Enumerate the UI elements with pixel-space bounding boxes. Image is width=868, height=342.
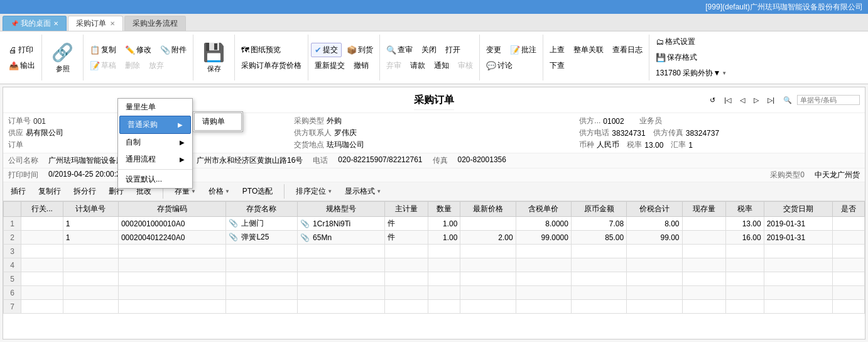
ref-button[interactable]: 🔗 参照 xyxy=(47,39,78,77)
cell-tax-price[interactable]: 8.0000 xyxy=(516,217,571,231)
nav-next[interactable]: ▷ xyxy=(750,94,762,106)
cell-tax-amount[interactable]: 99.00 xyxy=(627,231,682,245)
dropdown-normal[interactable]: 普通采购 ▶ xyxy=(119,116,191,134)
cell-delivery-date[interactable]: 2019-01-31 xyxy=(764,217,832,231)
tab-desktop-label: 我的桌面 xyxy=(21,18,51,29)
cell-qty[interactable]: 1.00 xyxy=(428,217,460,231)
table-row[interactable]: 1 1 0002001000010A0 📎 上侧门 📎 1Cr18Ni9Ti 件 xyxy=(4,217,865,231)
cell-original-amount[interactable]: 85.00 xyxy=(571,231,626,245)
down-button[interactable]: 下查 xyxy=(546,58,568,73)
cell-unit[interactable]: 件 xyxy=(384,217,428,231)
table-sort-button[interactable]: 排序定位▼ xyxy=(292,184,336,199)
table-row[interactable]: 6 xyxy=(4,286,865,300)
discard-button[interactable]: 放弃 xyxy=(145,58,168,73)
link-button[interactable]: 整单关联 xyxy=(570,43,607,57)
tax-value: 13.00 xyxy=(644,141,663,150)
dropdown-workflow[interactable]: 通用流程 ▶ xyxy=(118,151,192,168)
dropdown-custom[interactable]: 自制 ▶ xyxy=(118,134,192,151)
blueprint-button[interactable]: 🗺 图纸预览 xyxy=(237,43,305,57)
cell-plan-no[interactable]: 1 xyxy=(63,231,118,245)
submit-button[interactable]: ✔ 提交 xyxy=(311,43,342,57)
table-pto-button[interactable]: PTO选配 xyxy=(239,184,276,199)
review-button[interactable]: 🔍 查审 xyxy=(382,43,416,57)
table-row[interactable]: 4 xyxy=(4,258,865,272)
table-row[interactable]: 7 xyxy=(4,300,865,314)
cell-unit[interactable]: 件 xyxy=(384,231,428,245)
cell-latest-price[interactable] xyxy=(460,217,516,231)
delete-button[interactable]: 删除 xyxy=(121,58,144,73)
dropdown-select[interactable]: 131780 采购外协▼ ▼ xyxy=(652,66,730,80)
table-split-button[interactable]: 拆分行 xyxy=(70,184,100,199)
format-button[interactable]: 🗂 格式设置 xyxy=(652,35,699,49)
save-format-button[interactable]: 💾 保存格式 xyxy=(652,50,701,65)
save-button[interactable]: 💾 保存 xyxy=(198,39,229,77)
cancel-button[interactable]: 撤销 xyxy=(350,58,372,73)
resubmit-button[interactable]: 重新提交 xyxy=(311,58,349,73)
tab-purchase-order-close[interactable]: ✕ xyxy=(110,20,115,27)
cell-tax-price[interactable]: 99.0000 xyxy=(516,231,571,245)
notify-button[interactable]: 通知 xyxy=(430,58,453,73)
cell-current-stock[interactable] xyxy=(682,231,726,245)
cell-stock-code[interactable]: 0002001000010A0 xyxy=(118,217,225,231)
dropdown-bulk[interactable]: 量里生单 xyxy=(118,99,192,116)
cell-spec[interactable]: 📎 1Cr18Ni9Ti xyxy=(297,217,384,231)
search-input[interactable] xyxy=(800,96,857,104)
cell-stock-code[interactable]: 0002004012240A0 xyxy=(118,231,225,245)
cell-stock-name[interactable]: 📎 弹簧L25 xyxy=(226,231,298,245)
cell-plan-no[interactable]: 1 xyxy=(63,217,118,231)
cell-is-yn[interactable] xyxy=(832,231,864,245)
order-no-value: 001 xyxy=(33,117,46,126)
nav-refresh[interactable]: ↺ xyxy=(706,94,719,106)
modify-button[interactable]: ✏️ 修改 xyxy=(121,43,155,57)
cell-qty[interactable]: 1.00 xyxy=(428,231,460,245)
open-button[interactable]: 打开 xyxy=(442,43,464,57)
arrive-button[interactable]: 📦 到货 xyxy=(343,43,377,57)
cell-current-stock[interactable] xyxy=(682,217,726,231)
copy-button[interactable]: 📋 复制 xyxy=(86,43,120,57)
change-button[interactable]: 变更 xyxy=(482,43,505,57)
cell-latest-price[interactable]: 2.00 xyxy=(460,231,516,245)
cell-delivery-date[interactable]: 2019-01-31 xyxy=(764,231,832,245)
table-row[interactable]: 3 xyxy=(4,245,865,258)
nav-search[interactable]: 🔍 xyxy=(779,94,796,106)
cell-stock-name[interactable]: 📎 上侧门 xyxy=(226,217,298,231)
submenu-requisition-item[interactable]: 请购单 xyxy=(194,113,242,131)
table-display-button[interactable]: 显示格式▼ xyxy=(341,184,385,199)
annotate-button[interactable]: 📝 批注 xyxy=(506,43,540,57)
submenu-requisition: 请购单 xyxy=(193,111,243,132)
payment-button[interactable]: 请款 xyxy=(406,58,429,73)
price-button[interactable]: 采购订单存货价格 xyxy=(237,58,305,73)
purchase-type2-label: 采购类型0 xyxy=(770,170,805,180)
cell-is-yn[interactable] xyxy=(832,217,864,231)
table-row[interactable]: 2 1 0002004012240A0 📎 弹簧L25 📎 65Mn 件 xyxy=(4,231,865,245)
tab-desktop[interactable]: 📌 我的桌面 ✕ xyxy=(3,16,67,31)
draft-button[interactable]: 📝 草稿 xyxy=(86,58,120,73)
cell-original-amount[interactable]: 7.08 xyxy=(571,217,626,231)
cell-tax-rate[interactable]: 13.00 xyxy=(726,217,764,231)
discuss-button[interactable]: 💬 讨论 xyxy=(482,58,516,73)
nav-last[interactable]: ▷| xyxy=(764,94,778,106)
table-insert-button[interactable]: 插行 xyxy=(7,184,30,199)
cell-spec[interactable]: 📎 65Mn xyxy=(297,231,384,245)
col-relation: 行关... xyxy=(21,202,63,217)
table-price-button[interactable]: 价格▼ xyxy=(205,184,234,199)
nav-first[interactable]: |◁ xyxy=(720,94,735,106)
cell-tax-amount[interactable]: 8.00 xyxy=(627,217,682,231)
nav-prev[interactable]: ◁ xyxy=(736,94,749,106)
table-copy-row-button[interactable]: 复制行 xyxy=(35,184,65,199)
attach-button[interactable]: 📎 附件 xyxy=(156,43,190,57)
delivery-value: 珐玛珈公司 xyxy=(327,140,364,150)
print-button[interactable]: 🖨 打印 xyxy=(5,43,39,57)
abandon-button[interactable]: 弃审 xyxy=(382,58,405,73)
cell-tax-rate[interactable]: 16.00 xyxy=(726,231,764,245)
up-button[interactable]: 上查 xyxy=(546,43,568,57)
close-button[interactable]: 关闭 xyxy=(418,43,440,57)
tab-purchase-workflow[interactable]: 采购业务流程 xyxy=(124,16,186,31)
dropdown-default[interactable]: 设置默认... xyxy=(118,171,192,188)
table-row[interactable]: 5 xyxy=(4,272,865,286)
log-button[interactable]: 查看日志 xyxy=(609,43,646,57)
cell-relation[interactable] xyxy=(21,231,63,245)
tab-purchase-order[interactable]: 采购订单 ✕ xyxy=(68,16,123,31)
cell-relation[interactable] xyxy=(21,217,63,231)
export-button[interactable]: 📤 输出 xyxy=(5,58,39,73)
